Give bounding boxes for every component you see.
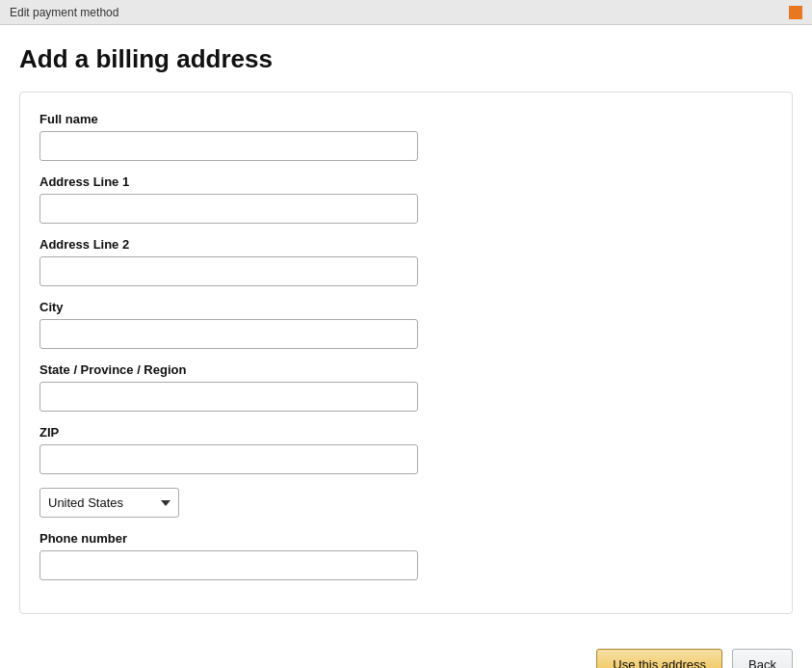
country-group: United StatesCanadaUnited KingdomAustral…	[39, 488, 773, 518]
address-line2-group: Address Line 2	[39, 237, 773, 286]
state-input[interactable]	[39, 382, 418, 412]
state-group: State / Province / Region	[39, 362, 773, 412]
zip-group: ZIP	[39, 425, 773, 474]
zip-input[interactable]	[39, 444, 418, 474]
country-select[interactable]: United StatesCanadaUnited KingdomAustral…	[39, 488, 179, 518]
phone-group: Phone number	[39, 531, 773, 580]
phone-input[interactable]	[39, 550, 418, 580]
phone-label: Phone number	[39, 531, 773, 546]
address-line2-label: Address Line 2	[39, 237, 773, 252]
window-close-button[interactable]	[789, 6, 802, 19]
main-content: Add a billing address Full name Address …	[0, 25, 812, 668]
city-input[interactable]	[39, 319, 418, 349]
button-row: Use this address Back	[19, 633, 793, 668]
billing-address-form: Full name Address Line 1 Address Line 2 …	[19, 92, 793, 614]
state-label: State / Province / Region	[39, 362, 773, 377]
window-header: Edit payment method	[0, 0, 812, 25]
city-label: City	[39, 300, 773, 314]
use-address-button[interactable]: Use this address	[596, 649, 722, 668]
full-name-group: Full name	[39, 112, 773, 161]
full-name-label: Full name	[39, 112, 773, 126]
address-line1-group: Address Line 1	[39, 174, 773, 224]
zip-label: ZIP	[39, 425, 773, 440]
page-title: Add a billing address	[19, 44, 793, 74]
address-line1-label: Address Line 1	[39, 174, 773, 189]
address-line2-input[interactable]	[39, 256, 418, 286]
address-line1-input[interactable]	[39, 194, 418, 224]
city-group: City	[39, 300, 773, 349]
full-name-input[interactable]	[39, 131, 418, 161]
window-title: Edit payment method	[10, 6, 118, 19]
back-button[interactable]: Back	[732, 649, 793, 668]
